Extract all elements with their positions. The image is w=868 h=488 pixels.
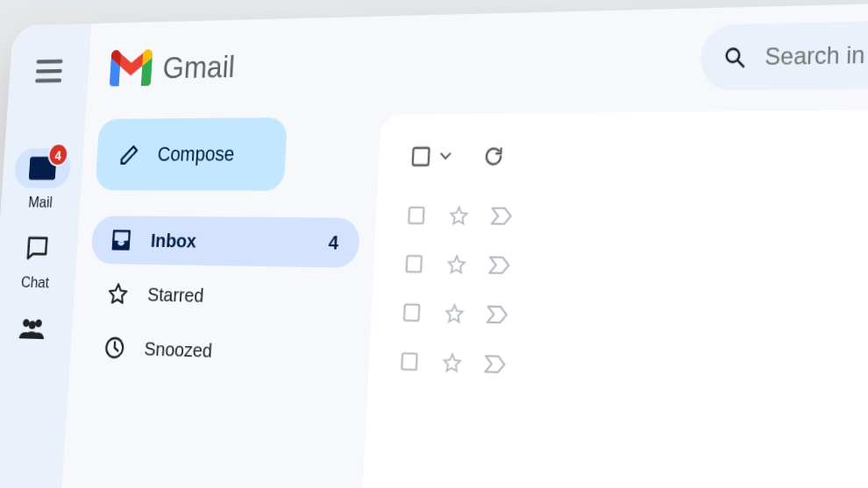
folder-nav: Compose Inbox 4 (50, 111, 381, 488)
rail-label-mail: Mail (28, 194, 53, 212)
row-important[interactable] (487, 251, 513, 279)
people-icon (18, 316, 47, 341)
row-star[interactable] (444, 251, 470, 279)
clock-icon (103, 336, 125, 360)
mail-row[interactable] (395, 191, 868, 247)
star-icon (107, 281, 129, 306)
important-chevron-icon (484, 355, 507, 373)
svg-rect-0 (37, 60, 63, 64)
gmail-logo-icon (110, 49, 153, 86)
svg-point-5 (28, 321, 36, 329)
checkbox-outline-icon (404, 253, 424, 275)
important-chevron-icon (488, 256, 511, 274)
nav-item-inbox[interactable]: Inbox 4 (90, 216, 360, 267)
row-star[interactable] (441, 300, 467, 328)
pencil-icon (118, 143, 140, 166)
nav-item-starred[interactable]: Starred (87, 269, 358, 324)
row-important[interactable] (482, 350, 509, 378)
refresh-button[interactable] (475, 137, 513, 176)
row-important[interactable] (484, 301, 510, 329)
nav-label-inbox: Inbox (150, 230, 196, 252)
important-chevron-icon (487, 306, 509, 324)
app-window: 4 Mail Chat (0, 0, 868, 488)
row-star[interactable] (439, 349, 466, 377)
rail-item-mail[interactable]: 4 Mail (12, 148, 72, 212)
row-star[interactable] (445, 202, 472, 230)
list-toolbar (397, 130, 868, 180)
star-outline-icon (449, 205, 469, 227)
rail-item-chat[interactable]: Chat (7, 228, 67, 293)
header: Gmail (86, 0, 868, 114)
row-checkbox[interactable] (403, 202, 430, 229)
star-outline-icon (442, 351, 463, 374)
rail-label-chat: Chat (20, 273, 49, 292)
svg-point-3 (23, 319, 30, 327)
select-all-dropdown[interactable] (402, 138, 452, 176)
mail-row[interactable] (387, 336, 868, 409)
caret-down-icon (440, 152, 452, 160)
search-icon (723, 44, 746, 70)
nav-label-starred: Starred (147, 283, 204, 307)
main-menu-button[interactable] (27, 47, 70, 95)
row-checkbox[interactable] (401, 251, 427, 278)
compose-button[interactable]: Compose (95, 117, 288, 191)
checkbox-outline-icon (409, 145, 431, 167)
search-input[interactable] (763, 36, 868, 72)
checkbox-outline-icon (399, 350, 419, 372)
svg-rect-12 (407, 256, 422, 272)
chat-icon (25, 235, 50, 263)
mail-badge: 4 (47, 143, 69, 166)
compose-label: Compose (157, 142, 235, 166)
row-important[interactable] (488, 202, 515, 230)
row-checkbox[interactable] (399, 299, 425, 327)
app-name: Gmail (162, 48, 236, 85)
checkbox-outline-icon (406, 205, 426, 226)
hamburger-icon (35, 60, 63, 83)
svg-rect-2 (35, 79, 61, 83)
star-outline-icon (444, 302, 465, 324)
svg-rect-14 (402, 353, 416, 370)
svg-rect-13 (404, 304, 419, 321)
svg-rect-1 (36, 69, 62, 74)
gmail-logo[interactable]: Gmail (110, 47, 236, 86)
inbox-icon (110, 228, 132, 252)
inbox-count: 4 (328, 231, 339, 254)
svg-rect-11 (409, 208, 423, 223)
svg-rect-10 (413, 148, 430, 166)
star-outline-icon (446, 254, 467, 276)
nav-label-snoozed: Snoozed (144, 337, 213, 362)
search-bar[interactable] (700, 17, 868, 90)
rail-item-meet[interactable] (3, 308, 61, 350)
refresh-icon (482, 145, 505, 168)
mail-list-pane (352, 108, 868, 488)
important-chevron-icon (491, 207, 514, 224)
svg-point-4 (35, 320, 42, 328)
row-checkbox[interactable] (396, 348, 423, 376)
checkbox-outline-icon (402, 301, 422, 323)
nav-item-snoozed[interactable]: Snoozed (83, 322, 354, 380)
svg-line-7 (737, 60, 743, 67)
